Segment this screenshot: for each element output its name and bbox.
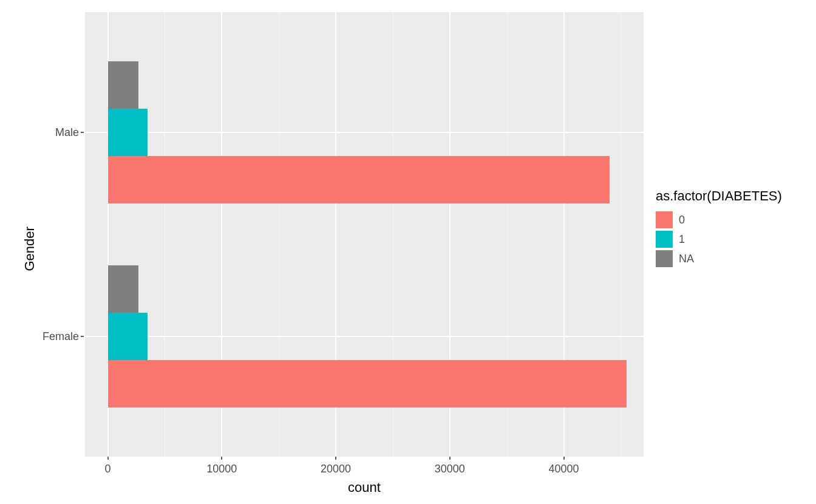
legend-label: 0 bbox=[679, 214, 685, 226]
legend-label: NA bbox=[679, 253, 694, 265]
legend-key bbox=[656, 211, 673, 228]
chart-container: Gender MaleFemale 010000200003000040000 … bbox=[0, 0, 816, 504]
x-tick-mark bbox=[563, 457, 565, 460]
x-tick-mark bbox=[221, 457, 222, 460]
bar-male-NA bbox=[108, 61, 139, 109]
x-tick-mark bbox=[335, 457, 336, 460]
legend-title: as.factor(DIABETES) bbox=[656, 188, 807, 204]
bar-female-0 bbox=[108, 360, 627, 407]
x-tick-label: 20000 bbox=[321, 463, 351, 475]
legend-swatch bbox=[656, 250, 673, 267]
legend-key bbox=[656, 250, 673, 267]
bar-female-NA bbox=[108, 265, 139, 313]
legend-label: 1 bbox=[679, 233, 685, 246]
legend-item-0: 0 bbox=[656, 211, 807, 228]
x-tick-label: 0 bbox=[105, 463, 111, 475]
x-tick-label: 10000 bbox=[206, 463, 237, 475]
plot-panel bbox=[85, 12, 644, 457]
x-tick-mark bbox=[449, 457, 450, 460]
y-tick-label: Male bbox=[55, 126, 79, 138]
legend-swatch bbox=[656, 231, 673, 248]
legend-key bbox=[656, 231, 673, 248]
y-axis-ticks: MaleFemale bbox=[33, 12, 79, 457]
x-tick-label: 40000 bbox=[549, 463, 579, 475]
y-tick-mark bbox=[81, 132, 84, 133]
y-tick-label: Female bbox=[42, 330, 79, 343]
x-axis-title: count bbox=[85, 480, 644, 495]
grid-line-horizontal bbox=[85, 132, 644, 133]
bar-male-1 bbox=[108, 109, 148, 156]
legend-swatch bbox=[656, 211, 673, 228]
x-tick-mark bbox=[107, 457, 109, 460]
bar-female-1 bbox=[108, 313, 148, 360]
y-tick-mark bbox=[81, 336, 84, 337]
legend-item-1: 1 bbox=[656, 231, 807, 248]
legend: as.factor(DIABETES) 01NA bbox=[656, 188, 807, 270]
legend-item-NA: NA bbox=[656, 250, 807, 267]
bar-male-0 bbox=[108, 156, 610, 203]
grid-line-horizontal bbox=[85, 336, 644, 337]
x-tick-label: 30000 bbox=[435, 463, 465, 475]
